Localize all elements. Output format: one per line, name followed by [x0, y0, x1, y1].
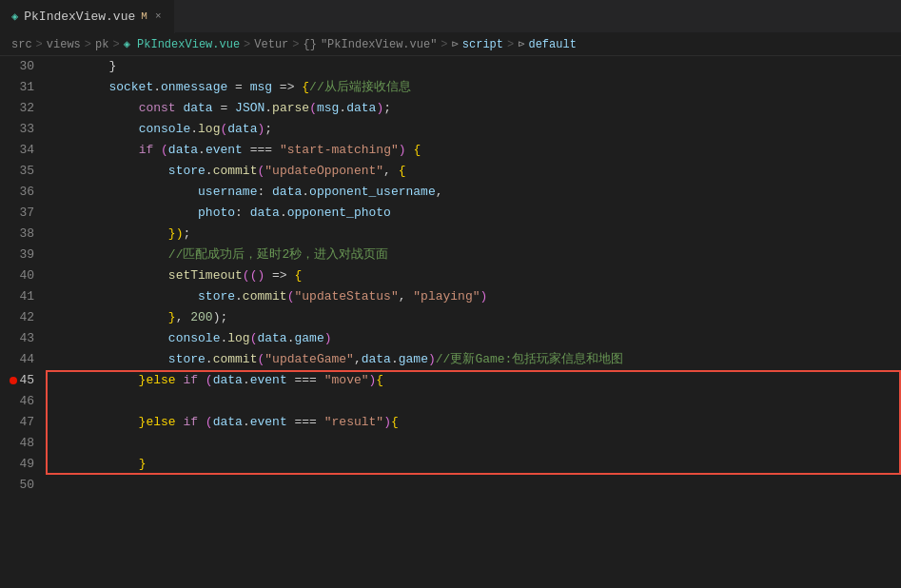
bc-default-icon: ⊳	[518, 37, 524, 51]
ln-36: 36	[8, 182, 34, 203]
bc-filename: ◈ PkIndexView.vue	[124, 37, 240, 51]
code-line-31: socket.onmessage = msg => {//从后端接收信息	[49, 77, 901, 98]
ln-42: 42	[8, 307, 34, 328]
editor-area: 30 31 32 33 34 35 36 37 38 39 40 41 42 4…	[0, 56, 901, 588]
ln-39: 39	[8, 245, 34, 265]
ln-44: 44	[8, 349, 34, 370]
editor-tab[interactable]: ◈ PkIndexView.vue M ×	[0, 0, 175, 33]
bc-sep1: >	[36, 38, 43, 51]
ln-35: 35	[8, 161, 34, 182]
ln-33: 33	[8, 119, 34, 140]
ln-41: 41	[8, 286, 34, 307]
code-line-34: if (data.event === "start-matching") {	[49, 140, 901, 161]
ln-34: 34	[8, 140, 34, 161]
bc-sep2: >	[85, 38, 91, 51]
ln-43: 43	[8, 328, 34, 349]
bc-views: views	[47, 38, 81, 51]
code-line-40: setTimeout(() => {	[49, 265, 901, 286]
code-line-48	[49, 433, 901, 454]
bc-brackets: {}	[304, 38, 317, 51]
code-line-42: }, 200);	[49, 307, 901, 328]
bc-vetur: Vetur	[254, 38, 288, 51]
ln-40: 40	[8, 265, 34, 286]
ln-45: 45	[8, 370, 34, 391]
code-line-37: photo: data.opponent_photo	[49, 203, 901, 224]
bc-pk: pk	[95, 38, 108, 51]
code-line-45: }else if (data.event === "move"){	[49, 370, 901, 391]
code-line-39: //匹配成功后，延时2秒，进入对战页面	[49, 245, 901, 265]
ln-49: 49	[8, 454, 34, 475]
tab-modified: M	[141, 10, 147, 22]
ln-37: 37	[8, 203, 34, 224]
code-content[interactable]: } socket.onmessage = msg => {//从后端接收信息 c…	[46, 56, 901, 588]
highlight-region: }else if (data.event === "move"){ }else …	[49, 370, 901, 475]
bc-default: default	[528, 38, 576, 51]
ln-38: 38	[8, 224, 34, 245]
bc-src: src	[11, 38, 32, 51]
tab-filename: PkIndexView.vue	[24, 10, 135, 24]
ln-47: 47	[8, 412, 34, 433]
ln-32: 32	[8, 98, 34, 119]
bc-sep6: >	[441, 38, 447, 51]
code-line-30: }	[49, 56, 901, 77]
code-line-33: console.log(data);	[49, 119, 901, 140]
code-line-41: store.commit("updateStatus", "playing")	[49, 286, 901, 307]
bc-sep4: >	[244, 38, 250, 51]
code-line-49: }	[49, 454, 901, 475]
code-line-47: }else if (data.event === "result"){	[49, 412, 901, 433]
code-line-50	[49, 475, 901, 496]
ln-46: 46	[8, 391, 34, 412]
tab-close-button[interactable]: ×	[153, 9, 164, 24]
line-numbers: 30 31 32 33 34 35 36 37 38 39 40 41 42 4…	[0, 56, 46, 588]
breadcrumb: src > views > pk > ◈ PkIndexView.vue > V…	[0, 33, 901, 56]
code-line-35: store.commit("updateOpponent", {	[49, 161, 901, 182]
ln-30: 30	[8, 56, 34, 77]
tab-bar: ◈ PkIndexView.vue M ×	[0, 0, 901, 33]
bc-script-icon: ⊳	[452, 37, 459, 51]
code-line-44: store.commit("updateGame",data.game)//更新…	[49, 349, 901, 370]
ln-48: 48	[8, 433, 34, 454]
code-line-38: });	[49, 224, 901, 245]
bc-quoted-file: "PkIndexView.vue"	[321, 38, 437, 51]
bc-sep5: >	[292, 38, 299, 51]
bc-script: script	[462, 38, 503, 51]
bc-sep7: >	[507, 38, 514, 51]
bc-sep3: >	[112, 38, 119, 51]
vue-icon: ◈	[11, 10, 18, 24]
code-line-43: console.log(data.game)	[49, 328, 901, 349]
ln-50: 50	[8, 475, 34, 496]
code-line-32: const data = JSON.parse(msg.data);	[49, 98, 901, 119]
ln-31: 31	[8, 77, 34, 98]
code-line-36: username: data.opponent_username,	[49, 182, 901, 203]
code-line-46	[49, 391, 901, 412]
